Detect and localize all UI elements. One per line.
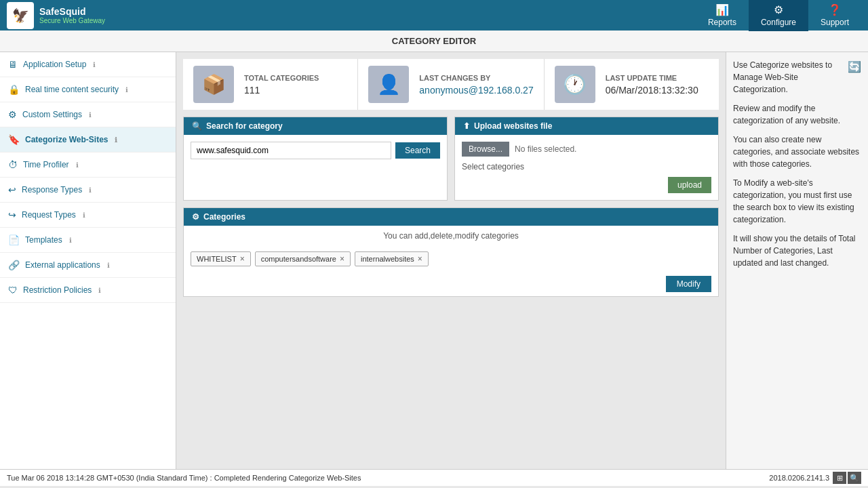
tag-label: WHITELIST: [197, 255, 237, 263]
tag-computersandsoftware: computersandsoftware ×: [255, 251, 351, 266]
last-changes-value: anonymous@192.168.0.27: [419, 85, 533, 96]
sidebar-item-label: Application Setup: [23, 60, 86, 69]
modify-btn-row: Modify: [184, 272, 718, 296]
request-types-icon: ↪: [8, 209, 16, 220]
sidebar-item-external-applications[interactable]: 🔗 External applications ℹ: [0, 253, 176, 278]
search-input[interactable]: [191, 142, 391, 159]
total-categories-value: 111: [244, 85, 319, 96]
restriction-policies-icon: 🛡: [8, 285, 18, 296]
info-line-5: It will show you the details of Total Nu…: [733, 232, 861, 269]
upload-btn-row: upload: [462, 177, 711, 193]
application-setup-icon: 🖥: [8, 59, 18, 70]
logo: 🦅 SafeSquid Secure Web Gateway: [7, 2, 105, 29]
sidebar-item-restriction-policies[interactable]: 🛡 Restriction Policies ℹ: [0, 278, 176, 303]
sidebar-item-response-types[interactable]: ↩ Response Types ℹ: [0, 178, 176, 203]
reports-button[interactable]: 📊 Reports: [696, 0, 749, 31]
sidebar-item-categorize-websites[interactable]: 🔖 Categorize Web-Sites ℹ: [0, 127, 176, 152]
sidebar-item-request-types[interactable]: ↪ Request Types ℹ: [0, 203, 176, 228]
last-update-icon: 🕐: [555, 66, 595, 103]
sidebar-item-time-profiler[interactable]: ⏱ Time Profiler ℹ: [0, 152, 176, 178]
stat-total-categories: 📦 TOTAL CATEGORIES 111: [183, 59, 358, 110]
last-changes-icon: 👤: [368, 66, 409, 103]
search-upload-row: 🔍 Search for category Search ⬆ Upload we…: [183, 117, 719, 201]
app-tagline: Secure Web Gateway: [39, 17, 105, 24]
file-row: Browse... No files selected.: [462, 142, 711, 157]
upload-panel-body: Browse... No files selected. Select cate…: [455, 135, 718, 200]
sidebar-item-label: Templates: [25, 235, 62, 245]
configure-button[interactable]: ⚙ Configure: [749, 0, 808, 31]
sidebar-item-label: Time Profiler: [23, 160, 69, 169]
realtime-content-icon: 🔒: [8, 84, 20, 95]
support-button[interactable]: ❓ Support: [808, 0, 861, 31]
sidebar-item-realtime-content[interactable]: 🔒 Real time content security ℹ: [0, 77, 176, 102]
sidebar-item-label: Request Types: [22, 210, 76, 220]
sidebar-item-label: Response Types: [22, 185, 82, 195]
top-navigation: 🦅 SafeSquid Secure Web Gateway 📊 Reports…: [0, 0, 868, 30]
status-icons: ⊞ 🔍: [833, 472, 861, 484]
reports-icon: 📊: [715, 3, 729, 16]
categorize-websites-icon: 🔖: [8, 134, 20, 145]
upload-button[interactable]: upload: [668, 177, 711, 193]
configure-icon: ⚙: [774, 3, 783, 16]
upload-header-icon: ⬆: [463, 121, 470, 131]
total-categories-label: TOTAL CATEGORIES: [244, 74, 319, 82]
sidebar-item-label: Custom Settings: [22, 110, 82, 119]
page-title: CATEGORY EDITOR: [0, 30, 868, 52]
logo-icon: 🦅: [7, 2, 34, 29]
templates-icon: 📄: [8, 235, 20, 245]
categories-panel-header: ⚙ Categories: [184, 208, 718, 226]
search-header-icon: 🔍: [192, 121, 202, 131]
tags-area: WHITELIST × computersandsoftware × inter…: [184, 246, 718, 272]
modify-button[interactable]: Modify: [666, 276, 711, 292]
browse-button[interactable]: Browse...: [462, 142, 509, 157]
categories-instruction: You can add,delete,modify categories: [184, 226, 718, 246]
response-types-icon: ↩: [8, 184, 16, 195]
tag-close-computers[interactable]: ×: [340, 254, 344, 264]
time-profiler-icon: ⏱: [8, 159, 18, 170]
last-update-label: LAST UPDATE TIME: [606, 74, 698, 82]
stat-last-changes-by: 👤 LAST CHANGES BY anonymous@192.168.0.27: [358, 59, 544, 110]
status-bar: Tue Mar 06 2018 13:14:28 GMT+0530 (India…: [0, 469, 868, 486]
tag-close-whitelist[interactable]: ×: [240, 254, 245, 264]
version-text: 2018.0206.2141.3: [769, 474, 829, 482]
sidebar-item-application-setup[interactable]: 🖥 Application Setup ℹ: [0, 52, 176, 77]
info-line-3: You can also create new categories, and …: [733, 134, 861, 170]
categories-header-icon: ⚙: [192, 212, 199, 222]
last-changes-label: LAST CHANGES BY: [419, 74, 533, 82]
sidebar-item-label: Real time content security: [25, 85, 119, 94]
sidebar-item-templates[interactable]: 📄 Templates ℹ: [0, 228, 176, 253]
main-layout: 🖥 Application Setup ℹ 🔒 Real time conten…: [0, 52, 868, 469]
refresh-icon[interactable]: 🔄: [848, 59, 861, 75]
sidebar-item-label: External applications: [25, 260, 100, 270]
upload-panel: ⬆ Upload websites file Browse... No file…: [454, 117, 719, 201]
sidebar-item-custom-settings[interactable]: ⚙ Custom Settings ℹ: [0, 102, 176, 127]
content-area: 📦 TOTAL CATEGORIES 111 👤 LAST CHANGES BY…: [176, 52, 726, 469]
app-name: SafeSquid: [39, 6, 85, 17]
search-panel-body: Search: [184, 135, 447, 166]
info-line-2: Review and modify the categorization of …: [733, 102, 861, 127]
sidebar: 🖥 Application Setup ℹ 🔒 Real time conten…: [0, 52, 176, 469]
sidebar-item-label: Restriction Policies: [23, 285, 92, 295]
no-file-text: No files selected.: [515, 144, 576, 154]
search-panel-header: 🔍 Search for category: [184, 117, 447, 135]
support-icon: ❓: [828, 3, 842, 16]
info-line-1: Use Categorize websites to Manage Web-Si…: [733, 59, 861, 96]
last-update-value: 06/Mar/2018:13:32:30: [606, 85, 698, 96]
custom-settings-icon: ⚙: [8, 109, 17, 120]
search-panel: 🔍 Search for category Search: [183, 117, 448, 201]
sidebar-item-label: Categorize Web-Sites: [25, 135, 108, 144]
info-panel: 🔄 Use Categorize websites to Manage Web-…: [726, 52, 868, 469]
tag-label: computersandsoftware: [261, 255, 336, 263]
search-button[interactable]: Search: [395, 142, 440, 159]
tag-close-internal[interactable]: ×: [418, 254, 422, 264]
status-right: 2018.0206.2141.3 ⊞ 🔍: [769, 472, 861, 484]
status-icon-2[interactable]: 🔍: [848, 472, 861, 484]
select-categories-text: Select categories: [462, 162, 711, 171]
status-icon-1[interactable]: ⊞: [833, 472, 846, 484]
categories-panel: ⚙ Categories You can add,delete,modify c…: [183, 207, 719, 297]
stat-last-update: 🕐 LAST UPDATE TIME 06/Mar/2018:13:32:30: [545, 59, 719, 110]
search-input-row: Search: [191, 142, 440, 159]
tag-whitelist: WHITELIST ×: [191, 251, 251, 266]
tag-internalwebsites: internalwebsites ×: [355, 251, 429, 266]
upload-panel-header: ⬆ Upload websites file: [455, 117, 718, 135]
